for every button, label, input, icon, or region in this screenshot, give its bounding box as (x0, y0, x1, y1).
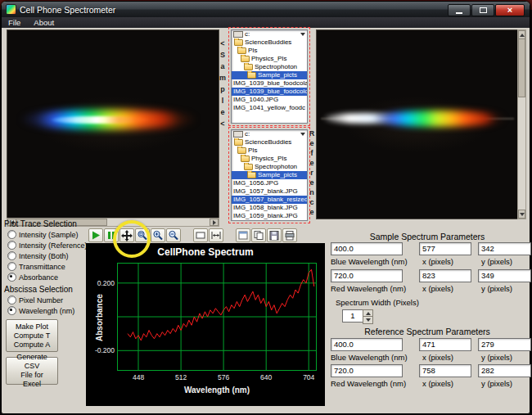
sample-red-wavelength-field[interactable]: 720.0 (331, 269, 403, 282)
radio-intensity-reference[interactable]: Intensity (Reference) (7, 241, 88, 250)
y-tick-label: 0.200 (88, 279, 115, 287)
reference-blue-wavelength-field[interactable]: 400.0 (331, 338, 403, 351)
folder-icon (237, 147, 246, 154)
file-item[interactable]: IMG_1056.JPG (232, 179, 307, 187)
file-item[interactable]: IMG_1040.JPG (232, 96, 307, 104)
radio-circle (7, 230, 16, 239)
rect-select-button[interactable] (193, 228, 208, 242)
reference-red-wavelength-field[interactable]: 720.0 (331, 364, 403, 377)
close-button[interactable]: × (495, 4, 525, 16)
x-tick-label: 512 (169, 373, 192, 381)
spinner-arrows (363, 309, 372, 323)
file-item-selected[interactable]: IMG_1039_blue_foodcolo (232, 88, 307, 96)
folder-icon (244, 64, 253, 70)
window-title: Cell Phone Spectrometer (20, 5, 115, 15)
menu-about[interactable]: About (27, 17, 61, 28)
folder-item[interactable]: PIs (232, 47, 307, 55)
maximize-button[interactable] (471, 4, 494, 16)
title-bar[interactable]: Cell Phone Spectrometer × (2, 2, 530, 17)
folder-item[interactable]: PIs (232, 147, 307, 155)
folder-open-icon (247, 72, 256, 79)
folder-label: ScienceBuddies (245, 138, 291, 147)
file-label: IMG_1057_blank.JPG (233, 187, 298, 196)
file-label: IMG_1056.JPG (233, 179, 278, 187)
chart-plot-area[interactable] (117, 263, 317, 371)
file-item-selected[interactable]: IMG_1057_blank_resized (232, 196, 307, 204)
radio-label: Intensity (Sample) (19, 231, 79, 239)
file-item[interactable]: IMG_1041_yellow_foodc (232, 104, 307, 112)
radio-transmittance[interactable]: Transmittance (7, 262, 65, 271)
sample-spectrum-image[interactable] (7, 29, 219, 219)
folder-item[interactable]: Spectrophoton (232, 163, 307, 171)
file-label: IMG_1039_blue_foodcolo (233, 88, 307, 96)
reference-red-y-field[interactable]: 282 (478, 364, 531, 377)
folder-item[interactable]: Physics_PIs (232, 155, 307, 163)
drive-selector[interactable]: c: (232, 30, 307, 38)
sample-blue-y-field[interactable]: 342 (478, 242, 531, 255)
drive-selector[interactable]: c: (232, 130, 307, 138)
file-item[interactable]: IMG_1039_blue_foodcola (232, 79, 307, 88)
sample-params-title: Sample Spectrum Parameters (329, 232, 525, 241)
sample-blue-x-field[interactable]: 577 (419, 242, 471, 255)
zoom-in-button[interactable] (151, 228, 165, 242)
x-tick-label: 448 (127, 373, 150, 381)
plot-trace-selection-title: Plot Trace Selection (4, 219, 77, 228)
axis-extents-button[interactable] (209, 228, 223, 242)
reference-image-vscrollbar[interactable] (517, 29, 526, 219)
file-item[interactable]: IMG_1057_blank.JPG (232, 187, 307, 196)
x-pixels-label: x (pixels) (422, 284, 453, 293)
file-item[interactable]: IMG_1059_blank.JPG (232, 212, 307, 220)
radio-circle (7, 306, 16, 315)
file-label: IMG_1039_blue_foodcola (233, 79, 307, 88)
radio-wavelength[interactable]: Wavelength (nm) (7, 306, 74, 315)
folder-item[interactable]: Physics_PIs (232, 55, 307, 63)
y-pixels-label: y (pixels) (481, 353, 512, 362)
minimize-button[interactable] (448, 4, 471, 16)
scroll-down-button[interactable] (518, 210, 525, 219)
folder-item[interactable]: ScienceBuddies (232, 38, 307, 47)
file-item[interactable]: IMG_1058_blank.JPG (232, 204, 307, 212)
folder-item-selected[interactable]: Sample_picts (232, 71, 307, 79)
sample-red-x-field[interactable]: 823 (419, 269, 471, 282)
sample-red-y-field[interactable]: 349 (478, 269, 531, 282)
reference-red-x-field[interactable]: 758 (419, 364, 471, 377)
reference-params-title: Reference Spectrum Parameters (329, 327, 525, 336)
folder-item[interactable]: Spectrophoton (232, 63, 307, 71)
folder-label: Sample_picts (258, 71, 297, 79)
radio-label: Wavelength (nm) (19, 307, 74, 315)
make-plot-button[interactable]: Make Plot Compute T Compute A (6, 319, 58, 352)
file-label: IMG_1040.JPG (233, 96, 278, 104)
plot-settings-icon (237, 230, 249, 241)
radio-intensity-sample[interactable]: Intensity (Sample) (7, 230, 79, 239)
play-button[interactable] (88, 228, 103, 242)
y-pixels-label: y (pixels) (481, 257, 512, 266)
reference-blue-y-field[interactable]: 279 (478, 338, 531, 351)
zoom-out-button[interactable] (166, 228, 181, 242)
y-pixels-label: y (pixels) (481, 379, 512, 388)
copy-button[interactable] (251, 228, 266, 242)
spectrum-chart[interactable]: CellPhone Spectrum Absorbance Wavelength… (86, 243, 325, 406)
reference-blue-x-field[interactable]: 471 (419, 338, 471, 351)
radio-label: Intensity (Reference) (19, 241, 88, 250)
radio-absorbance[interactable]: Absorbance (7, 273, 58, 282)
radio-pixel-number[interactable]: Pixel Number (7, 295, 63, 304)
save-icon (268, 230, 280, 241)
menu-file[interactable]: File (2, 17, 27, 28)
spinner-down-button[interactable] (363, 316, 373, 324)
radio-intensity-both[interactable]: Intensity (Both) (7, 251, 69, 260)
plot-settings-button[interactable] (236, 228, 250, 242)
rect-select-icon (195, 230, 206, 241)
sample-blue-wavelength-field[interactable]: 400.0 (331, 242, 403, 255)
vscroll-thumb[interactable] (518, 38, 525, 97)
app-icon (6, 4, 16, 15)
generate-csv-button[interactable]: Generate CSV File for Excel (6, 357, 58, 385)
save-button[interactable] (267, 228, 282, 242)
print-button[interactable] (282, 228, 297, 242)
folder-label: PIs (248, 47, 258, 55)
folder-item[interactable]: ScienceBuddies (232, 138, 307, 147)
spectrum-width-spinner[interactable]: 1 (342, 309, 363, 323)
reference-spectrum-image[interactable] (316, 29, 519, 219)
scroll-right-button[interactable] (210, 219, 219, 226)
dropdown-arrow-icon (300, 33, 305, 36)
folder-item-selected[interactable]: Sample_picts (232, 171, 307, 179)
